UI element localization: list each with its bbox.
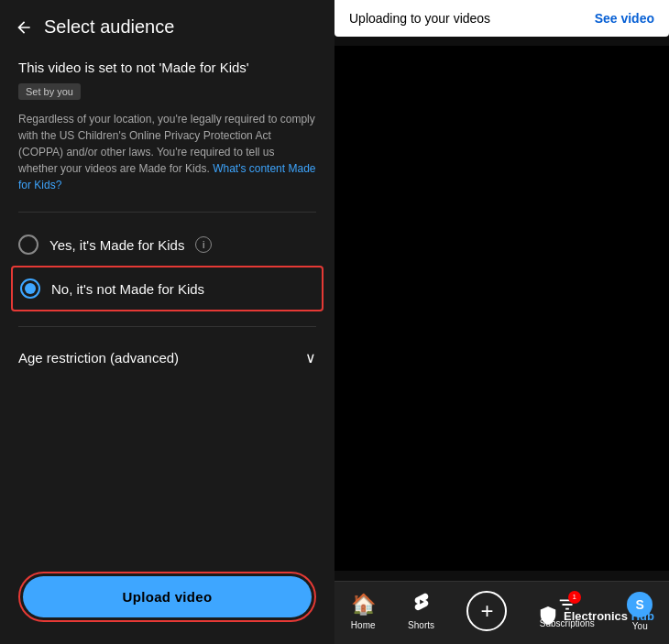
radio-yes[interactable]: [18, 235, 38, 255]
brand-name: Electronics Hub: [564, 609, 654, 623]
brand-main: Electronics: [564, 609, 628, 623]
shorts-icon: [411, 592, 432, 617]
divider-2: [18, 326, 316, 327]
notification-badge: 1: [568, 591, 581, 604]
upload-status-text: Uploading to your videos: [349, 11, 490, 26]
option-yes-label: Yes, it's Made for Kids: [49, 237, 184, 253]
back-button[interactable]: [15, 18, 33, 37]
shield-icon: [538, 606, 558, 626]
radio-no[interactable]: [20, 278, 40, 299]
video-set-text: This video is set to not 'Made for Kids': [18, 60, 316, 75]
home-icon: 🏠: [351, 593, 376, 617]
option-no[interactable]: No, it's not Made for Kids: [20, 271, 314, 306]
age-restriction-label: Age restriction (advanced): [18, 350, 179, 366]
chevron-down-icon: ∨: [305, 349, 316, 366]
nav-item-add[interactable]: +: [466, 591, 507, 631]
option-yes[interactable]: Yes, it's Made for Kids i: [18, 227, 316, 262]
description-text: Regardless of your location, you're lega…: [18, 111, 316, 193]
set-by-you-badge: Set by you: [18, 83, 81, 100]
info-icon[interactable]: i: [195, 236, 212, 253]
electronics-hub-branding: Electronics Hub: [538, 606, 654, 626]
brand-hub: Hub: [631, 609, 654, 623]
nav-label-home: Home: [351, 620, 376, 630]
divider-1: [18, 212, 316, 213]
upload-btn-wrapper: Upload video: [18, 572, 316, 622]
nav-label-shorts: Shorts: [408, 620, 434, 630]
yt-content-area: [334, 46, 669, 571]
add-icon[interactable]: +: [466, 591, 507, 631]
header: Select audience: [0, 0, 334, 49]
upload-notification-bar: Uploading to your videos See video: [334, 0, 669, 37]
option-no-label: No, it's not Made for Kids: [51, 281, 204, 297]
see-video-link[interactable]: See video: [595, 11, 654, 26]
upload-video-button[interactable]: Upload video: [23, 576, 312, 617]
left-panel: Select audience This video is set to not…: [0, 0, 334, 644]
page-title: Select audience: [44, 16, 174, 38]
content-area: This video is set to not 'Made for Kids'…: [0, 49, 334, 557]
bottom-area: Upload video: [0, 557, 334, 644]
nav-item-home[interactable]: 🏠 Home: [351, 593, 376, 630]
nav-item-shorts[interactable]: Shorts: [408, 592, 434, 630]
right-panel: Uploading to your videos See video 🏠 Hom…: [334, 0, 669, 644]
radio-no-inner: [25, 283, 36, 294]
highlight-no-box: No, it's not Made for Kids: [11, 266, 324, 311]
age-restriction-row[interactable]: Age restriction (advanced) ∨: [18, 342, 316, 374]
